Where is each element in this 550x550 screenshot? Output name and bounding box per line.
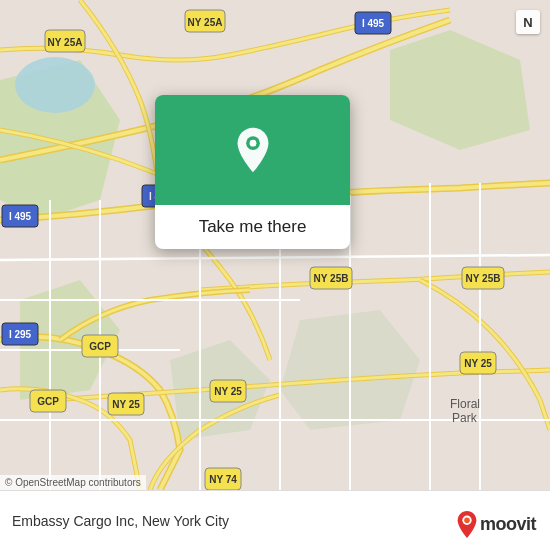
footer-place-title: Embassy Cargo Inc, New York City: [12, 513, 229, 529]
moovit-brand-text: moovit: [480, 514, 536, 535]
map-popup: Take me there: [155, 95, 350, 249]
svg-text:I 295: I 295: [9, 329, 32, 340]
svg-text:NY 25A: NY 25A: [188, 17, 223, 28]
copyright-text: © OpenStreetMap contributors: [0, 475, 146, 490]
popup-top-area: [155, 95, 350, 205]
svg-text:NY 25: NY 25: [214, 386, 242, 397]
svg-text:NY 74: NY 74: [209, 474, 237, 485]
svg-point-6: [15, 57, 95, 113]
svg-text:I 495: I 495: [362, 18, 385, 29]
location-pin-icon: [229, 126, 277, 174]
moovit-pin-icon: [456, 510, 478, 538]
svg-text:I 495: I 495: [9, 211, 32, 222]
svg-point-40: [464, 517, 470, 523]
popup-bottom-area: Take me there: [155, 205, 350, 249]
svg-text:Park: Park: [452, 411, 478, 425]
svg-text:NY 25: NY 25: [464, 358, 492, 369]
north-arrow: N: [516, 10, 540, 34]
moovit-logo: moovit: [456, 510, 536, 538]
svg-text:GCP: GCP: [89, 341, 111, 352]
svg-text:NY 25B: NY 25B: [466, 273, 501, 284]
svg-text:NY 25: NY 25: [112, 399, 140, 410]
svg-text:NY 25B: NY 25B: [314, 273, 349, 284]
svg-text:Floral: Floral: [450, 397, 480, 411]
svg-text:GCP: GCP: [37, 396, 59, 407]
footer-bar: Embassy Cargo Inc, New York City moovit: [0, 490, 550, 550]
svg-text:NY 25A: NY 25A: [48, 37, 83, 48]
svg-point-38: [249, 140, 256, 147]
take-me-there-button[interactable]: Take me there: [199, 217, 307, 237]
map-container: NY 25A NY 25A I 495 I 495 I 495 I 295 GC…: [0, 0, 550, 490]
